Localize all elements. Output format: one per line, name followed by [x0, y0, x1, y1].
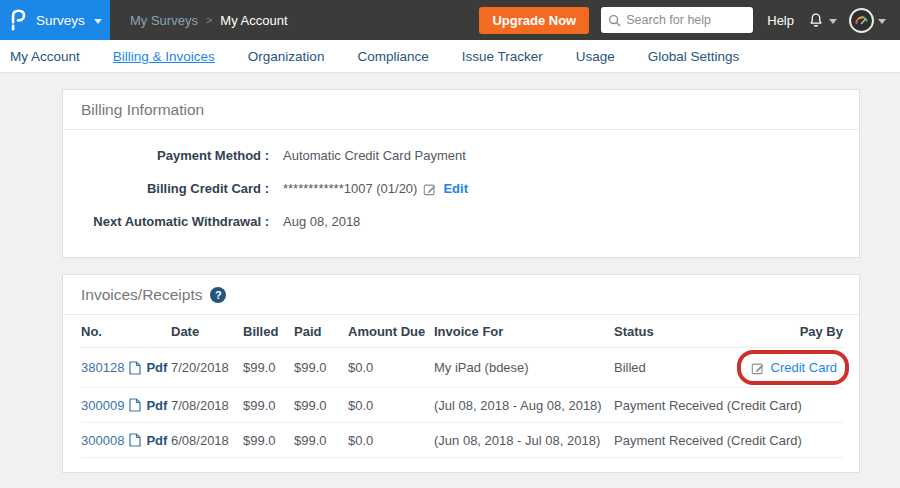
invoices-receipts-card: Invoices/Receipts ? No. Date Billed Paid…: [62, 274, 860, 473]
invoice-billed: $99.0: [243, 422, 294, 457]
billing-info-label: Next Automatic Withdrawal :: [81, 214, 269, 229]
edit-pencil-icon: [751, 361, 765, 375]
invoice-date: 7/20/2018: [171, 348, 243, 388]
help-question-icon[interactable]: ?: [210, 287, 226, 303]
product-switcher[interactable]: Surveys: [0, 0, 110, 40]
col-paid: Paid: [294, 315, 348, 348]
search-input[interactable]: [626, 13, 746, 27]
product-name: Surveys: [36, 13, 85, 28]
subnav-tab-label: Issue Tracker: [462, 49, 543, 64]
edit-credit-card-link[interactable]: Edit: [443, 181, 468, 196]
col-date: Date: [171, 315, 243, 348]
col-status: Status: [614, 315, 723, 348]
col-billed: Billed: [243, 315, 294, 348]
pdf-link[interactable]: Pdf: [146, 433, 167, 448]
invoices-receipts-title: Invoices/Receipts: [81, 286, 202, 304]
invoice-table-row: 380128 Pdf 7/20/2018 $99.0 $99.0 $0.0 My…: [81, 348, 843, 388]
col-amount-due: Amount Due: [348, 315, 434, 348]
edit-pencil-icon: [423, 182, 437, 196]
invoice-table-row: 300009 Pdf 7/08/2018 $99.0 $99.0 $0.0 (J…: [81, 387, 843, 422]
chevron-down-icon: [878, 19, 886, 24]
invoices-table: No. Date Billed Paid Amount Due Invoice …: [81, 315, 843, 458]
subnav-tab-label: Global Settings: [648, 49, 740, 64]
billing-info-value-text: Aug 08, 2018: [283, 214, 360, 229]
billing-information-rows: Payment Method : Automatic Credit Card P…: [63, 130, 859, 257]
breadcrumb-my-surveys[interactable]: My Surveys: [130, 13, 198, 28]
invoice-date: 6/08/2018: [171, 422, 243, 457]
invoice-paid: $99.0: [294, 387, 348, 422]
subnav-tab-label: Organization: [248, 49, 325, 64]
billing-info-row: Billing Credit Card : ************1007 (…: [81, 179, 841, 198]
invoice-for: (Jul 08, 2018 - Aug 08, 2018): [434, 387, 614, 422]
invoice-amount-due: $0.0: [348, 387, 434, 422]
invoice-status: Payment Received (Credit Card): [614, 387, 723, 422]
subnav-tab[interactable]: Organization: [248, 49, 325, 64]
billing-information-card: Billing Information Payment Method : Aut…: [62, 89, 860, 258]
billing-info-row: Next Automatic Withdrawal : Aug 08, 2018: [81, 212, 841, 231]
subnav-tab-label: Billing & Invoices: [113, 49, 215, 64]
invoice-billed: $99.0: [243, 348, 294, 388]
billing-info-row: Payment Method : Automatic Credit Card P…: [81, 146, 841, 165]
invoice-status: Billed: [614, 348, 723, 388]
search-icon: [608, 14, 621, 27]
invoice-pay-by-cell: Credit Card: [723, 348, 843, 388]
subnav-tab-label: Compliance: [357, 49, 428, 64]
pdf-document-icon: [129, 361, 141, 375]
questionpro-logo-icon: [10, 9, 27, 31]
invoice-amount-due: $0.0: [348, 422, 434, 457]
subnav-tab[interactable]: My Account: [10, 49, 80, 64]
pdf-link[interactable]: Pdf: [146, 398, 167, 413]
pay-by-credit-card-link[interactable]: Credit Card: [771, 360, 837, 375]
account-menu[interactable]: [849, 8, 886, 33]
billing-info-value-text: ************1007 (01/20): [283, 181, 417, 196]
col-no: No.: [81, 315, 171, 348]
chevron-down-icon: [829, 19, 837, 24]
invoice-table-row: 300008 Pdf 6/08/2018 $99.0 $99.0 $0.0 (J…: [81, 422, 843, 457]
billing-information-title: Billing Information: [81, 101, 204, 119]
col-pay-by: Pay By: [723, 315, 843, 348]
breadcrumb: My Surveys > My Account: [130, 13, 288, 28]
invoice-paid: $99.0: [294, 422, 348, 457]
invoice-number-link[interactable]: 300009: [81, 398, 124, 413]
account-subnav: My AccountBilling & InvoicesOrganization…: [0, 40, 900, 73]
invoice-for: My iPad (bdese): [434, 348, 614, 388]
chevron-down-icon: [94, 19, 102, 24]
invoice-for: (Jun 08, 2018 - Jul 08, 2018): [434, 422, 614, 457]
billing-info-label: Billing Credit Card :: [81, 181, 269, 196]
subnav-tab[interactable]: Global Settings: [648, 49, 740, 64]
help-search-box[interactable]: [601, 7, 753, 33]
pdf-document-icon: [129, 398, 141, 412]
invoice-paid: $99.0: [294, 348, 348, 388]
subnav-tab[interactable]: Billing & Invoices: [113, 49, 215, 64]
bell-icon: [807, 11, 825, 30]
subnav-tab-label: My Account: [10, 49, 80, 64]
subnav-tab[interactable]: Compliance: [357, 49, 428, 64]
billing-info-value: Aug 08, 2018: [283, 214, 360, 229]
top-bar: Surveys My Surveys > My Account Upgrade …: [0, 0, 900, 40]
invoice-number-link[interactable]: 300008: [81, 433, 124, 448]
breadcrumb-separator: >: [206, 14, 212, 26]
subnav-tab[interactable]: Issue Tracker: [462, 49, 543, 64]
invoice-amount-due: $0.0: [348, 348, 434, 388]
invoice-number-link[interactable]: 380128: [81, 360, 124, 375]
pdf-link[interactable]: Pdf: [146, 360, 167, 375]
subnav-tab-label: Usage: [576, 49, 615, 64]
billing-info-value: ************1007 (01/20) Edit: [283, 181, 468, 196]
billing-info-value-text: Automatic Credit Card Payment: [283, 148, 466, 163]
invoices-table-header: No. Date Billed Paid Amount Due Invoice …: [81, 315, 843, 348]
invoice-date: 7/08/2018: [171, 387, 243, 422]
breadcrumb-my-account: My Account: [220, 13, 287, 28]
billing-info-label: Payment Method :: [81, 148, 269, 163]
page-content: Billing Information Payment Method : Aut…: [0, 73, 900, 473]
notifications-menu[interactable]: [807, 11, 837, 30]
subnav-tab[interactable]: Usage: [576, 49, 615, 64]
col-invoice-for: Invoice For: [434, 315, 614, 348]
pdf-document-icon: [129, 433, 141, 447]
help-link[interactable]: Help: [767, 13, 794, 28]
invoice-billed: $99.0: [243, 387, 294, 422]
avatar: [849, 8, 874, 33]
invoice-status: Payment Received (Credit Card): [614, 422, 723, 457]
billing-info-value: Automatic Credit Card Payment: [283, 148, 466, 163]
upgrade-now-button[interactable]: Upgrade Now: [479, 7, 589, 34]
